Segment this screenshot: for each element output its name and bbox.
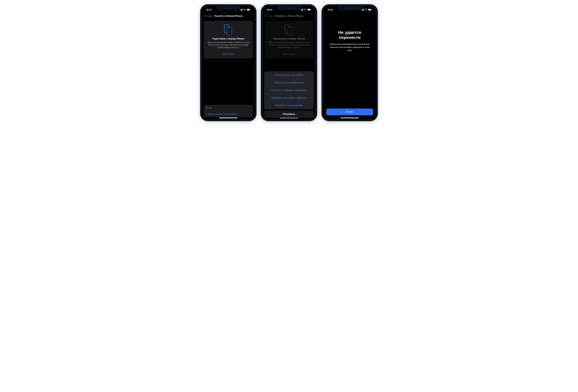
action-sheet-options: Сбросить все настройки Сбросить настройк…	[264, 71, 314, 109]
status-time: 09:41	[328, 8, 333, 11]
nav-bar: Назад Transfer or Reset iPhone	[263, 13, 315, 19]
svg-point-11	[228, 32, 229, 32]
transfer-error-screen: Не удается перенести Превышено максималь…	[323, 13, 376, 119]
reset-keyboard-dict-option[interactable]: Сбросить словарь клавиатуры	[264, 86, 314, 94]
cellular-signal-icon	[362, 9, 364, 11]
bottom-options-list: Reset Стереть контент и настройки	[204, 105, 253, 117]
back-label: Назад	[206, 15, 212, 17]
status-indicators	[301, 9, 311, 11]
notch	[277, 6, 301, 10]
svg-point-12	[229, 32, 230, 32]
get-started-button: Приступить	[267, 51, 311, 57]
svg-rect-21	[288, 28, 292, 35]
speaker-slot	[346, 8, 353, 9]
prepare-heading: Подготовка к новому iPhone	[267, 38, 311, 40]
svg-rect-4	[227, 28, 232, 35]
svg-point-5	[228, 29, 229, 30]
transfer-devices-icon	[267, 25, 311, 36]
status-indicators	[240, 9, 250, 11]
svg-point-9	[229, 31, 230, 31]
battery-icon	[247, 9, 250, 11]
svg-rect-19	[311, 9, 311, 10]
phone-frame-2: 09:41 Назад Transfer or Reset iPhone	[261, 4, 317, 121]
svg-point-33	[291, 33, 291, 33]
notch	[338, 6, 362, 10]
front-camera	[234, 7, 235, 9]
svg-point-30	[291, 32, 291, 32]
transfer-devices-icon	[206, 25, 250, 36]
svg-rect-1	[247, 9, 250, 10]
home-indicator[interactable]	[219, 118, 238, 118]
back-label: Назад	[266, 15, 273, 17]
prepare-card: Подготовка к новому iPhone Make sure eve…	[264, 21, 314, 58]
svg-rect-36	[371, 9, 372, 10]
wifi-icon	[243, 9, 246, 11]
home-indicator[interactable]	[340, 118, 359, 118]
svg-point-7	[230, 29, 231, 30]
cellular-signal-icon	[240, 9, 242, 11]
status-time: 09:41	[267, 8, 272, 11]
screen-1: 09:41 Назад Transfer or Reset iPhone	[202, 6, 255, 119]
reset-location-privacy-option[interactable]: Сбросить геонастройки	[264, 102, 314, 109]
done-button[interactable]: Готово	[326, 109, 373, 115]
speaker-slot	[225, 8, 232, 9]
svg-point-28	[289, 32, 289, 32]
svg-point-23	[290, 29, 290, 30]
svg-point-26	[290, 31, 290, 31]
svg-rect-18	[308, 9, 310, 10]
svg-point-6	[229, 29, 230, 30]
nav-bar: Назад Transfer or Reset iPhone	[202, 13, 255, 19]
prepare-body: Make sure everything's ready to transfer…	[206, 41, 250, 49]
status-time: 09:41	[206, 8, 212, 11]
get-started-button[interactable]: Приступить	[206, 51, 250, 57]
notch	[216, 6, 240, 10]
erase-row[interactable]: Стереть контент и настройки	[204, 111, 253, 117]
front-camera	[355, 7, 357, 9]
reset-network-settings-option[interactable]: Сбросить настройки сети	[264, 79, 314, 86]
svg-point-24	[291, 29, 291, 30]
action-sheet-cancel-button[interactable]: Отменить	[264, 110, 314, 118]
chevron-left-icon	[203, 15, 205, 17]
back-button: Назад	[264, 15, 273, 17]
screen-3: 09:41 Не удается перенести Превышено мак…	[323, 6, 376, 119]
svg-point-27	[291, 31, 291, 31]
reset-action-sheet: Сбросить все настройки Сбросить настройк…	[264, 71, 314, 118]
battery-icon	[368, 9, 372, 11]
svg-point-8	[228, 31, 229, 31]
wifi-icon	[304, 9, 306, 11]
front-camera	[295, 7, 296, 9]
screen-2: 09:41 Назад Transfer or Reset iPhone	[263, 6, 315, 119]
svg-point-22	[289, 29, 289, 30]
svg-point-32	[290, 33, 290, 33]
content-area: Подготовка к новому iPhone Make sure eve…	[202, 19, 255, 119]
reset-home-layout-option[interactable]: Сбросить настройки «Домой»	[264, 94, 314, 102]
svg-point-14	[228, 33, 229, 33]
reset-row[interactable]: Reset	[204, 105, 253, 111]
svg-point-10	[230, 31, 231, 31]
status-indicators	[362, 9, 372, 11]
prepare-card: Подготовка к новому iPhone Make sure eve…	[204, 21, 253, 58]
error-title: Не удается перенести	[327, 30, 372, 40]
svg-point-29	[290, 32, 290, 32]
phone-frame-1: 09:41 Назад Transfer or Reset iPhone	[200, 4, 257, 121]
battery-icon	[307, 9, 311, 11]
svg-point-15	[229, 33, 230, 33]
svg-point-31	[289, 33, 289, 33]
wifi-icon	[365, 9, 367, 11]
phone-frame-3: 09:41 Не удается перенести Превышено мак…	[321, 4, 378, 121]
cellular-signal-icon	[301, 9, 303, 11]
speaker-slot	[286, 8, 292, 9]
svg-point-13	[230, 32, 231, 32]
svg-rect-2	[250, 9, 250, 10]
prepare-heading: Подготовка к новому iPhone	[206, 38, 250, 40]
chevron-left-icon	[264, 15, 266, 17]
back-button[interactable]: Назад	[203, 15, 212, 17]
prepare-body: Make sure everything's ready to transfer…	[267, 41, 311, 49]
content-area: Подготовка к новому iPhone Make sure eve…	[263, 19, 315, 119]
svg-point-16	[230, 33, 231, 33]
svg-point-25	[289, 31, 289, 31]
reset-all-settings-option[interactable]: Сбросить все настройки	[264, 71, 314, 79]
error-body: Превышено максимальное количество попыто…	[327, 42, 372, 52]
svg-rect-35	[368, 9, 371, 10]
